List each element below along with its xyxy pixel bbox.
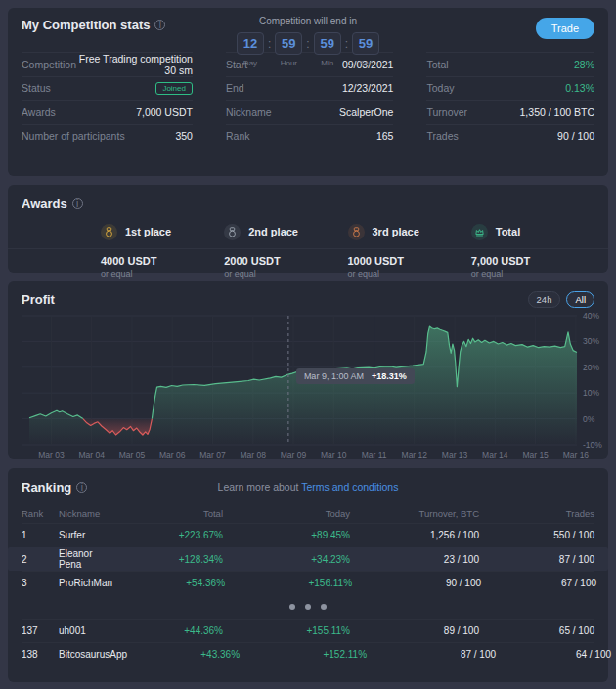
award-value: 7,000 USDT bbox=[471, 255, 594, 267]
cell-nickname: Eleanor Pena bbox=[59, 548, 110, 570]
award-label: 3rd place bbox=[373, 226, 419, 237]
info-icon[interactable]: i bbox=[72, 198, 83, 209]
stat-row: Trades90 / 100 bbox=[426, 124, 594, 149]
countdown-value: 59 bbox=[352, 32, 379, 55]
cell-total: +44.36% bbox=[110, 625, 223, 636]
countdown-unit-label: Sec bbox=[359, 59, 373, 67]
profit-title-text: Profit bbox=[22, 292, 55, 307]
table-row[interactable]: 1Surfer+223.67%+89.45%1,256 / 100550 / 1… bbox=[22, 523, 594, 547]
column-header: Trades bbox=[479, 508, 594, 519]
cell-turnover: 1,256 / 100 bbox=[350, 530, 479, 540]
cell-rank: 2 bbox=[22, 554, 59, 565]
stat-label: Turnover bbox=[426, 107, 467, 118]
stat-row: Today0.13% bbox=[426, 76, 594, 101]
countdown-value: 59 bbox=[275, 32, 302, 55]
svg-text:Mar 14: Mar 14 bbox=[482, 451, 508, 460]
terms-and-conditions-link[interactable]: Terms and conditions bbox=[301, 481, 398, 493]
stats-title-text: My Competition stats bbox=[22, 18, 150, 32]
medal-silver-icon bbox=[224, 224, 241, 240]
cell-trades: 550 / 100 bbox=[479, 530, 594, 540]
awards-divider bbox=[8, 248, 608, 249]
ranking-card: Ranking i Learn more about Terms and con… bbox=[8, 468, 608, 682]
info-icon[interactable]: i bbox=[76, 482, 87, 493]
countdown-value: 59 bbox=[314, 32, 341, 55]
cell-total: +128.34% bbox=[110, 554, 223, 565]
stat-label: Nickname bbox=[226, 107, 272, 118]
profit-chart[interactable]: 40%30%20%10%0%-10%Mar 03Mar 04Mar 05Mar … bbox=[22, 310, 594, 468]
awards-card: Awards i 1st place2nd place3rd placeTota… bbox=[8, 185, 608, 273]
pagination-dot[interactable] bbox=[305, 604, 311, 610]
stat-row: StatusJoined bbox=[22, 76, 193, 101]
countdown-unit-label: Min bbox=[321, 59, 333, 67]
stats-column-3: Total28%Today0.13%Turnover1,350 / 100 BT… bbox=[426, 52, 594, 148]
pagination-dot[interactable] bbox=[321, 604, 327, 610]
pagination-dots bbox=[22, 595, 594, 619]
stat-label: Trades bbox=[426, 130, 458, 142]
learn-more-text: Learn more about Terms and conditions bbox=[218, 481, 399, 493]
stat-value: 0.13% bbox=[565, 82, 594, 94]
stat-row: CompetitionFree Trading competition 30 s… bbox=[22, 52, 193, 76]
stat-label: Number of participants bbox=[22, 130, 125, 142]
award-label: 1st place bbox=[125, 226, 171, 237]
stat-label: Total bbox=[426, 59, 448, 70]
table-row[interactable]: 138BitcosaurusApp+43.36%+152.11%87 / 100… bbox=[22, 642, 594, 667]
cell-trades: 64 / 100 bbox=[496, 649, 611, 660]
award-value-block: 2000 USDTor equal bbox=[224, 255, 347, 279]
cell-today: +34.23% bbox=[223, 554, 350, 565]
status-badge: Joined bbox=[155, 82, 193, 95]
stats-card-title: My Competition stats i bbox=[22, 18, 165, 32]
ranking-card-title: Ranking i bbox=[22, 480, 87, 495]
award-item-2nd-place: 2nd place bbox=[224, 222, 347, 241]
stat-row: NicknameScalperOne bbox=[226, 100, 394, 124]
column-header: Nickname bbox=[59, 508, 110, 519]
svg-text:30%: 30% bbox=[583, 336, 599, 346]
info-icon[interactable]: i bbox=[154, 20, 165, 30]
svg-text:Mar 04: Mar 04 bbox=[78, 451, 105, 460]
svg-text:Mar 06: Mar 06 bbox=[159, 451, 186, 460]
profit-chart-svg: 40%30%20%10%0%-10%Mar 03Mar 04Mar 05Mar … bbox=[22, 310, 608, 464]
countdown-unit-label: Hour bbox=[281, 59, 297, 67]
cell-total: +223.67% bbox=[110, 530, 223, 540]
award-value: 1000 USDT bbox=[348, 255, 471, 267]
stat-row: Rank165 bbox=[226, 124, 394, 149]
cell-nickname: ProRichMan bbox=[59, 578, 112, 588]
pagination-dot[interactable] bbox=[289, 604, 295, 610]
countdown-unit-hour: 59Hour bbox=[275, 32, 302, 67]
trade-button[interactable]: Trade bbox=[536, 18, 594, 39]
stat-label: Rank bbox=[226, 130, 250, 142]
chart-range-toggle: 24hAll bbox=[528, 291, 594, 308]
awards-card-title: Awards i bbox=[22, 196, 83, 211]
table-row[interactable]: 137uh001+44.36%+155.11%89 / 10065 / 100 bbox=[22, 619, 594, 643]
tooltip-time: Mar 9, 1:00 AM bbox=[304, 371, 364, 381]
stat-value: ScalperOne bbox=[339, 107, 393, 118]
cell-nickname: Surfer bbox=[59, 530, 110, 540]
range-button-all[interactable]: All bbox=[566, 291, 594, 308]
cell-rank: 137 bbox=[22, 625, 59, 636]
stat-value: 12/23/2021 bbox=[342, 82, 394, 94]
cell-total: +54.36% bbox=[112, 578, 225, 588]
svg-text:0%: 0% bbox=[583, 414, 595, 424]
cell-total: +43.36% bbox=[127, 649, 240, 660]
table-row[interactable]: 3ProRichMan+54.36%+156.11%90 / 10067 / 1… bbox=[22, 571, 594, 595]
award-note: or equal bbox=[224, 269, 347, 279]
svg-text:Mar 10: Mar 10 bbox=[321, 451, 347, 460]
stat-label: Status bbox=[22, 82, 51, 94]
table-row[interactable]: 2Eleanor Pena+128.34%+34.23%23 / 10087 /… bbox=[8, 547, 608, 572]
range-button-24h[interactable]: 24h bbox=[528, 291, 561, 308]
stat-value: 165 bbox=[376, 130, 394, 142]
cell-turnover: 87 / 100 bbox=[367, 649, 496, 660]
svg-text:20%: 20% bbox=[583, 363, 599, 372]
tooltip-value: +18.31% bbox=[372, 371, 407, 381]
countdown-unit-label: Day bbox=[243, 59, 257, 67]
countdown-colon: : bbox=[306, 37, 309, 51]
countdown-title: Competition will end in bbox=[237, 16, 379, 26]
stat-value: Free Trading competition 30 sm bbox=[76, 53, 193, 76]
cell-rank: 138 bbox=[22, 649, 59, 660]
competition-stats-card: My Competition stats i Competition will … bbox=[8, 8, 608, 176]
column-header: Turnover, BTC bbox=[350, 508, 479, 519]
svg-text:Mar 16: Mar 16 bbox=[563, 451, 590, 460]
stat-value: 1,350 / 100 BTC bbox=[520, 107, 594, 118]
countdown-unit-min: 59Min bbox=[314, 32, 341, 67]
stats-column-1: CompetitionFree Trading competition 30 s… bbox=[22, 52, 193, 148]
svg-text:40%: 40% bbox=[583, 311, 599, 321]
